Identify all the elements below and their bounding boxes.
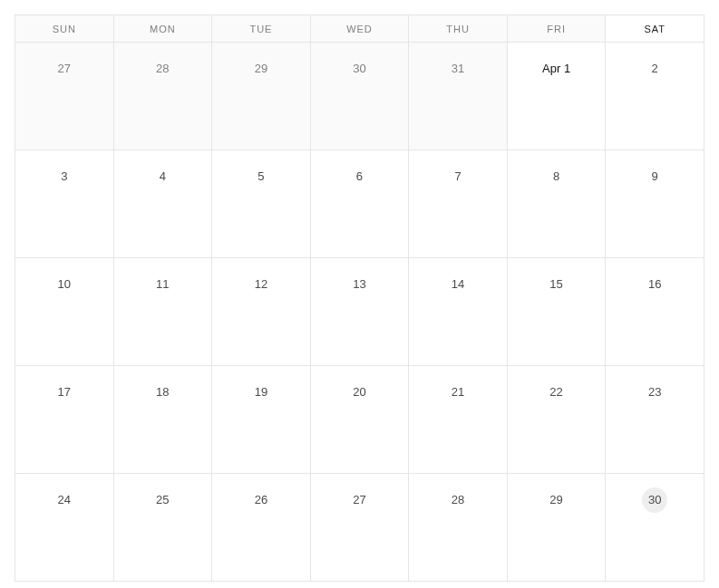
- calendar-body: 2728293031Apr 12345678910111213141516171…: [15, 43, 704, 582]
- calendar-day-cell[interactable]: Apr 1: [507, 43, 606, 150]
- calendar-day-number: 27: [52, 56, 77, 82]
- calendar-day-number: 28: [445, 487, 471, 513]
- calendar-week-row: 3456789: [15, 150, 704, 258]
- weekday-header: WED: [310, 15, 409, 43]
- calendar-day-number: 6: [346, 164, 372, 189]
- calendar-day-cell[interactable]: 28: [113, 43, 212, 150]
- calendar-day-number: 17: [52, 380, 77, 405]
- calendar-day-number: 25: [150, 487, 175, 513]
- calendar-day-cell[interactable]: 9: [606, 150, 704, 258]
- calendar-day-number: 13: [346, 272, 372, 297]
- calendar-day-cell[interactable]: 2: [606, 43, 704, 150]
- calendar-day-cell[interactable]: 26: [212, 474, 311, 582]
- calendar-day-number: 19: [248, 380, 274, 405]
- calendar-day-number: 4: [150, 164, 175, 189]
- calendar-week-row: 10111213141516: [15, 258, 704, 366]
- weekday-header: THU: [409, 15, 508, 43]
- calendar-day-cell[interactable]: 8: [507, 150, 606, 258]
- calendar-day-cell[interactable]: 29: [507, 474, 606, 582]
- calendar-day-number: 11: [150, 272, 175, 297]
- weekday-header: SUN: [15, 15, 114, 43]
- calendar-day-cell[interactable]: 17: [15, 366, 114, 474]
- calendar-day-number: 10: [52, 272, 77, 297]
- calendar-day-cell[interactable]: 10: [15, 258, 114, 366]
- calendar-day-number: 29: [248, 56, 274, 82]
- calendar-week-row: 17181920212223: [15, 366, 704, 474]
- calendar-day-cell[interactable]: 18: [113, 366, 212, 474]
- calendar-day-cell[interactable]: 7: [409, 150, 508, 258]
- calendar-day-cell[interactable]: 27: [15, 43, 114, 150]
- calendar-day-number: 21: [445, 380, 471, 405]
- calendar-day-cell[interactable]: 24: [15, 474, 114, 582]
- calendar-day-cell[interactable]: 30: [606, 474, 704, 582]
- calendar-day-cell[interactable]: 20: [310, 366, 409, 474]
- calendar-day-number: 24: [52, 487, 77, 513]
- calendar-day-number: 31: [445, 56, 471, 82]
- calendar-day-number: 15: [544, 272, 569, 297]
- calendar-day-number: 30: [642, 487, 667, 513]
- calendar-day-cell[interactable]: 19: [212, 366, 311, 474]
- calendar-month-grid: SUNMONTUEWEDTHUFRISAT 2728293031Apr 1234…: [15, 14, 704, 582]
- calendar-day-cell[interactable]: 31: [409, 43, 508, 150]
- calendar-day-cell[interactable]: 11: [113, 258, 212, 366]
- calendar-day-number: 26: [248, 487, 274, 513]
- calendar-day-number: 30: [346, 56, 372, 82]
- calendar-day-number: 9: [642, 164, 667, 189]
- calendar-day-number: 27: [346, 487, 372, 513]
- calendar-day-number: 8: [544, 164, 569, 189]
- calendar-day-number: 3: [52, 164, 77, 189]
- calendar-header-row: SUNMONTUEWEDTHUFRISAT: [15, 15, 704, 43]
- weekday-header: FRI: [507, 15, 606, 43]
- calendar-day-cell[interactable]: 12: [212, 258, 311, 366]
- calendar-day-cell[interactable]: 22: [507, 366, 606, 474]
- calendar-day-number: 5: [248, 164, 274, 189]
- calendar-day-cell[interactable]: 27: [310, 474, 409, 582]
- calendar-day-cell[interactable]: 6: [310, 150, 409, 258]
- calendar-day-number: 14: [445, 272, 471, 297]
- calendar-day-cell[interactable]: 5: [212, 150, 311, 258]
- weekday-header: MON: [113, 15, 212, 43]
- calendar-day-number: 16: [642, 272, 667, 297]
- weekday-header: SAT: [606, 15, 704, 43]
- calendar-day-cell[interactable]: 30: [310, 43, 409, 150]
- calendar-day-number: 23: [642, 380, 667, 405]
- calendar-day-cell[interactable]: 28: [409, 474, 508, 582]
- calendar-day-number: 20: [346, 380, 372, 405]
- calendar-day-number: 29: [544, 487, 569, 513]
- calendar-week-row: 2728293031Apr 12: [15, 43, 704, 150]
- calendar-day-cell[interactable]: 14: [409, 258, 508, 366]
- calendar-day-number: 18: [150, 380, 175, 405]
- calendar-week-row: 24252627282930: [15, 474, 704, 582]
- calendar-day-number: 28: [150, 56, 175, 82]
- calendar-day-cell[interactable]: 3: [15, 150, 114, 258]
- calendar-day-cell[interactable]: 13: [310, 258, 409, 366]
- calendar-day-cell[interactable]: 4: [113, 150, 212, 258]
- calendar-day-cell[interactable]: 25: [113, 474, 212, 582]
- calendar-day-number: 7: [445, 164, 471, 189]
- calendar-day-number: 22: [544, 380, 569, 405]
- calendar-day-cell[interactable]: 29: [212, 43, 311, 150]
- calendar-day-number: 2: [642, 56, 667, 82]
- calendar-day-cell[interactable]: 15: [507, 258, 606, 366]
- weekday-header: TUE: [212, 15, 311, 43]
- calendar-day-number: 12: [248, 272, 274, 297]
- calendar-day-cell[interactable]: 16: [606, 258, 704, 366]
- calendar-day-number: Apr 1: [542, 56, 570, 82]
- calendar-day-cell[interactable]: 23: [606, 366, 704, 474]
- calendar-day-cell[interactable]: 21: [409, 366, 508, 474]
